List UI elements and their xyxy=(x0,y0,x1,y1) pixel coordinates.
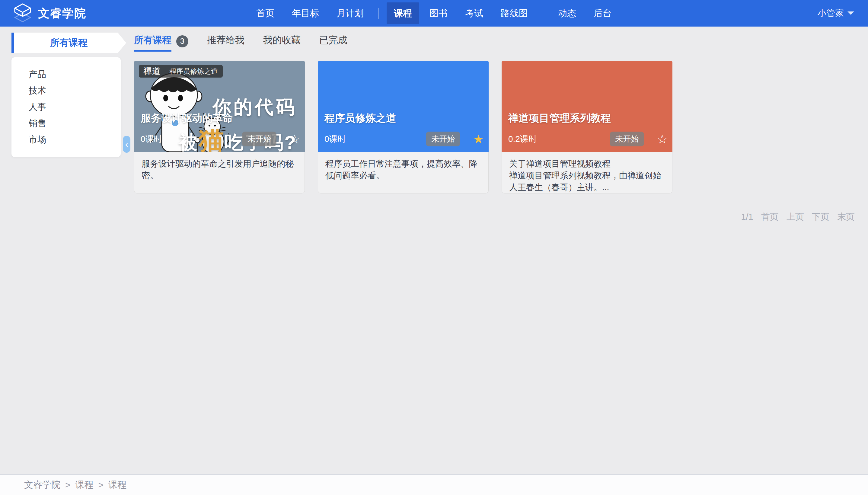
tab-label: 已完成 xyxy=(319,34,347,52)
nav-item-admin[interactable]: 后台 xyxy=(586,2,619,24)
course-title: 程序员修炼之道 xyxy=(325,112,396,125)
status-badge: 未开始 xyxy=(610,132,644,147)
favorite-star-icon[interactable]: ☆ xyxy=(289,133,300,145)
tab-recommended[interactable]: 推荐给我 xyxy=(207,34,244,52)
pagination-last[interactable]: 末页 xyxy=(837,212,855,222)
brand-logo[interactable]: 文睿学院 xyxy=(14,3,86,23)
sidebar-header-label: 所有课程 xyxy=(50,36,88,49)
nav-item-exams[interactable]: 考试 xyxy=(458,2,490,24)
pagination-prev[interactable]: 上页 xyxy=(786,212,804,222)
nav-divider xyxy=(379,8,379,19)
breadcrumb-courses[interactable]: 课程 xyxy=(75,479,93,491)
sidebar-category-list: 产品 技术 人事 销售 市场 xyxy=(12,57,121,157)
course-description: 程序员工作日常注意事项，提高效率、降低问题率必看。 xyxy=(318,152,489,193)
chevron-left-icon: ‹ xyxy=(125,140,128,149)
course-cover-image: 禪道 程序员修炼之道 你的代码 被猫吃了吗? xyxy=(134,61,305,152)
top-nav-bar: 文睿学院 首页 年目标 月计划 课程 图书 考试 路线图 动态 后台 小管家 xyxy=(0,0,868,27)
nav-item-year-goal[interactable]: 年目标 xyxy=(284,2,326,24)
tab-label: 推荐给我 xyxy=(207,34,244,52)
nav-divider xyxy=(543,8,543,19)
sidebar-item-sales[interactable]: 销售 xyxy=(12,115,121,132)
sidebar-item-tech[interactable]: 技术 xyxy=(12,83,121,99)
user-menu[interactable]: 小管家 xyxy=(818,7,854,19)
pagination-first[interactable]: 首页 xyxy=(761,212,779,222)
main-content: 所有课程 3 推荐给我 我的收藏 已完成 禪道 程序员修炼之道 你的代码 被 xyxy=(134,27,855,223)
sidebar-item-market[interactable]: 市场 xyxy=(12,132,121,148)
page-indicator: 1/1 xyxy=(741,212,753,222)
tab-label: 所有课程 xyxy=(134,34,171,52)
pagination-next[interactable]: 下页 xyxy=(812,212,829,222)
breadcrumb-separator: > xyxy=(65,480,71,490)
nav-item-books[interactable]: 图书 xyxy=(422,2,455,24)
sidebar-item-product[interactable]: 产品 xyxy=(12,66,121,83)
nav-item-courses[interactable]: 课程 xyxy=(387,2,419,24)
course-card[interactable]: 禅道项目管理系列教程 0.2课时 未开始 ☆ 关于禅道项目管理视频教程 禅道项目… xyxy=(502,61,673,193)
course-filter-tabs: 所有课程 3 推荐给我 我的收藏 已完成 xyxy=(134,34,855,52)
course-hours: 0课时 xyxy=(141,133,162,145)
sidebar-item-hr[interactable]: 人事 xyxy=(12,99,121,115)
status-badge: 未开始 xyxy=(426,132,460,147)
course-hours: 0课时 xyxy=(325,133,346,145)
zentao-logo: 禪道 xyxy=(144,66,160,77)
course-description: 关于禅道项目管理视频教程 禅道项目管理系列视频教程，由禅道创始人王春生（春哥）主… xyxy=(502,152,673,193)
course-card-grid: 禪道 程序员修炼之道 你的代码 被猫吃了吗? xyxy=(134,61,855,193)
main-nav: 首页 年目标 月计划 课程 图书 考试 路线图 动态 后台 xyxy=(247,0,621,27)
course-hours: 0.2课时 xyxy=(508,133,537,145)
course-title: 禅道项目管理系列教程 xyxy=(508,112,611,125)
favorite-star-icon[interactable]: ☆ xyxy=(657,133,667,145)
course-meta-row: 0.2课时 未开始 ☆ xyxy=(508,132,667,147)
course-description: 服务设计驱动的革命之引发用户追随的秘密。 xyxy=(134,152,305,193)
cover-series-label: 程序员修炼之道 xyxy=(169,67,218,76)
course-meta-row: 0课时 未开始 ★ xyxy=(325,132,484,147)
breadcrumb-separator: > xyxy=(99,480,104,490)
nav-item-home[interactable]: 首页 xyxy=(249,2,282,24)
favorite-star-icon[interactable]: ★ xyxy=(473,133,484,145)
nav-item-activity[interactable]: 动态 xyxy=(551,2,584,24)
status-badge: 未开始 xyxy=(242,132,276,147)
divider xyxy=(165,68,165,75)
cover-watermark-badge: 禪道 程序员修炼之道 xyxy=(139,65,223,78)
footer-breadcrumb-bar: 文睿学院 > 课程 > 课程 xyxy=(0,474,868,495)
breadcrumb-home[interactable]: 文睿学院 xyxy=(24,479,60,491)
count-badge: 3 xyxy=(176,35,188,47)
course-cover: 禅道项目管理系列教程 0.2课时 未开始 ☆ xyxy=(502,61,673,152)
course-meta-row: 0课时 未开始 ☆ xyxy=(141,132,300,147)
tab-favorites[interactable]: 我的收藏 xyxy=(263,34,300,52)
tab-all-courses[interactable]: 所有课程 3 xyxy=(134,34,188,52)
course-card[interactable]: 禪道 程序员修炼之道 你的代码 被猫吃了吗? xyxy=(134,61,305,193)
sidebar-collapse-button[interactable]: ‹ xyxy=(123,136,131,153)
pagination: 1/1 首页 上页 下页 末页 xyxy=(134,211,855,223)
sidebar-category-header[interactable]: 所有课程 xyxy=(12,33,126,53)
logo-icon xyxy=(14,3,31,23)
course-cover: 程序员修炼之道 0课时 未开始 ★ xyxy=(318,61,489,152)
tab-label: 我的收藏 xyxy=(263,34,300,52)
course-title: 服务设计驱动的革命 xyxy=(141,112,233,125)
breadcrumb-current: 课程 xyxy=(108,479,126,491)
nav-item-roadmap[interactable]: 路线图 xyxy=(493,2,535,24)
tab-completed[interactable]: 已完成 xyxy=(319,34,347,52)
user-name: 小管家 xyxy=(818,7,844,19)
course-card[interactable]: 程序员修炼之道 0课时 未开始 ★ 程序员工作日常注意事项，提高效率、降低问题率… xyxy=(318,61,489,193)
chevron-down-icon xyxy=(848,12,854,18)
nav-item-month-plan[interactable]: 月计划 xyxy=(329,2,371,24)
app-title: 文睿学院 xyxy=(38,6,86,21)
